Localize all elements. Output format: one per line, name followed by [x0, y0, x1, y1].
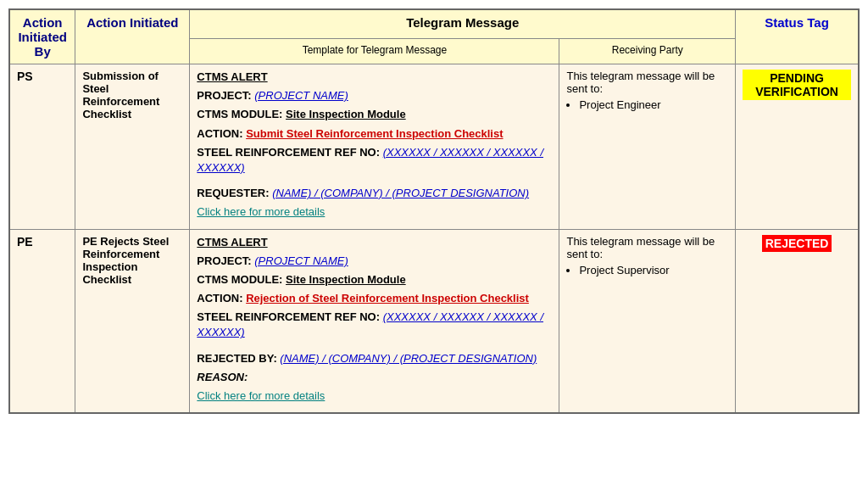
ref-label-pe: STEEL REINFORCEMENT REF NO: [197, 310, 380, 323]
action-label-pe: ACTION: [197, 292, 242, 304]
alert-label-pe: CTMS ALERT [197, 236, 267, 249]
requester-value-ps: (NAME) / (COMPANY) / (PROJECT DESIGNATIO… [272, 187, 529, 199]
table-row: PE PE Rejects Steel Reinforcement Inspec… [9, 229, 859, 413]
header-telegram: Telegram Message [190, 9, 736, 38]
action-value-ps: Submit Steel Reinforcement Inspection Ch… [246, 127, 503, 140]
module-label-pe: CTMS MODULE: [197, 273, 282, 286]
header-action-by: Action Initiated By [9, 9, 75, 64]
header-action-initiated: Action Initiated [75, 9, 190, 64]
requester-label-ps: REQUESTER: [197, 187, 269, 199]
ref-label-ps: STEEL REINFORCEMENT REF NO: [197, 146, 380, 159]
project-label-ps: PROJECT: [197, 89, 251, 102]
rejected-label-pe: REJECTED BY: [197, 352, 276, 365]
status-badge-pe: REJECTED [762, 235, 832, 252]
action-by-ps: PS [9, 64, 75, 230]
sub-header-template: Template for Telegram Message [190, 38, 559, 64]
telegram-template-ps: CTMS ALERT PROJECT: (PROJECT NAME) CTMS … [190, 64, 559, 230]
project-value-pe: (PROJECT NAME) [254, 254, 348, 267]
sub-header-receiving: Receiving Party [559, 38, 736, 64]
telegram-template-pe: CTMS ALERT PROJECT: (PROJECT NAME) CTMS … [190, 229, 559, 413]
action-value-pe: Rejection of Steel Reinforcement Inspect… [246, 292, 529, 304]
main-header-row: Action Initiated By Action Initiated Tel… [9, 9, 859, 38]
header-status-tag: Status Tag [736, 9, 859, 64]
receiving-party-item-ps: Project Engineer [579, 98, 728, 111]
reason-label-pe: REASON: [197, 371, 248, 383]
details-link-ps[interactable]: Click here for more details [197, 205, 325, 218]
action-label-ps: ACTION: [197, 127, 242, 140]
module-label-ps: CTMS MODULE: [197, 108, 282, 120]
details-link-pe[interactable]: Click here for more details [197, 389, 325, 402]
alert-label-ps: CTMS ALERT [197, 70, 267, 83]
status-cell-pe: REJECTED [736, 229, 859, 413]
status-badge-ps: PENDING VERIFICATION [743, 70, 851, 100]
rejected-value-pe: (NAME) / (COMPANY) / (PROJECT DESIGNATIO… [280, 352, 537, 365]
action-initiated-pe: PE Rejects Steel Reinforcement Inspectio… [75, 229, 190, 413]
module-value-ps: Site Inspection Module [286, 108, 406, 120]
project-value-ps: (PROJECT NAME) [254, 89, 348, 102]
receiving-party-item-pe: Project Supervisor [579, 264, 728, 277]
table-row: PS Submission of Steel Reinforcement Che… [9, 64, 859, 230]
receiving-party-pe: This telegram message will be sent to: P… [559, 229, 736, 413]
receiving-intro-ps: This telegram message will be sent to: [566, 70, 728, 95]
project-label-pe: PROJECT: [197, 254, 251, 267]
action-initiated-ps: Submission of Steel Reinforcement Checkl… [75, 64, 190, 230]
action-by-pe: PE [9, 229, 75, 413]
status-cell-ps: PENDING VERIFICATION [736, 64, 859, 230]
receiving-intro-pe: This telegram message will be sent to: [566, 235, 728, 260]
receiving-party-ps: This telegram message will be sent to: P… [559, 64, 736, 230]
module-value-pe: Site Inspection Module [286, 273, 406, 286]
